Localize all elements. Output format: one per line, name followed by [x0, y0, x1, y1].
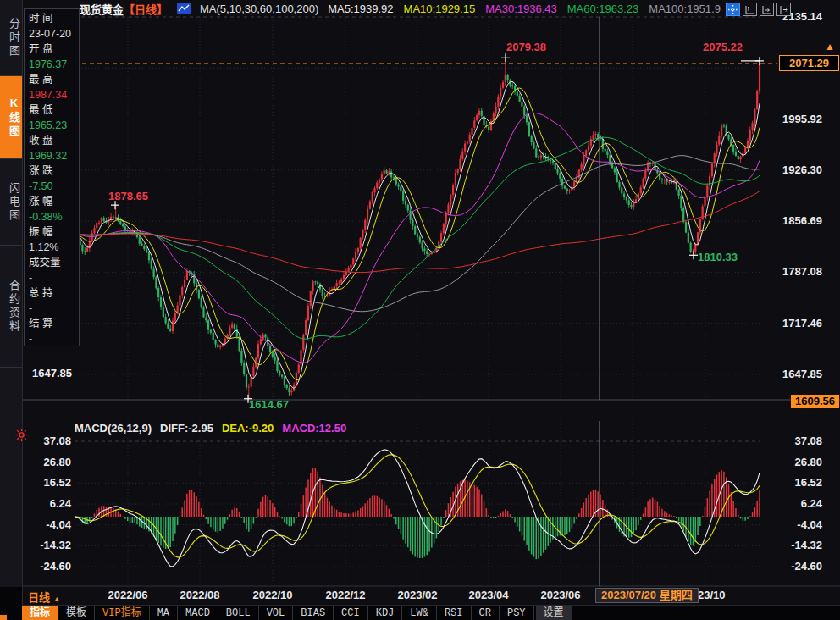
low-price-annotation: 1614.67 — [249, 398, 289, 411]
candle-body — [357, 248, 359, 252]
price-axis-label: 1647.85 — [766, 368, 822, 380]
main-price-chart[interactable] — [22, 0, 840, 419]
candle-body — [179, 295, 180, 305]
candle-body — [305, 320, 307, 335]
candle-body — [505, 75, 506, 82]
candle-body — [234, 324, 235, 329]
candle-body — [152, 268, 154, 277]
tab-kline-chart[interactable]: K线图 — [0, 76, 22, 159]
candle-body — [452, 185, 454, 195]
pane-collapse-icon[interactable] — [776, 3, 791, 16]
candle-body — [626, 197, 627, 201]
period-tag: 【日线】 — [124, 3, 168, 16]
candle-body — [288, 388, 290, 392]
candle-body — [426, 251, 428, 254]
date-tick-label: 2023/04 — [469, 589, 509, 601]
line-chart-icon[interactable] — [177, 3, 191, 14]
axis-min-price-badge: 1609.56 — [791, 395, 839, 408]
candle-body — [167, 324, 169, 329]
toolbar-item-PSY[interactable]: PSY — [500, 606, 534, 620]
candle-body — [124, 226, 126, 230]
candle-body — [103, 218, 105, 221]
tab-flash-chart[interactable]: 闪电图 — [0, 159, 22, 246]
candle-body — [749, 130, 751, 141]
left-tab-strip: 分时图K线图闪电图合约资料 — [0, 0, 23, 620]
macd-indicator-chart[interactable] — [22, 419, 840, 587]
tab-time-chart[interactable]: 分时图 — [0, 0, 22, 76]
macd-axis-label: -24.60 — [766, 560, 822, 573]
candle-body — [450, 195, 451, 204]
quote-info-panel: 时 间23-07-20开 盘1976.37最 高1987.34最 低1965.2… — [24, 8, 80, 346]
interval-text: 日线 — [28, 591, 50, 604]
candle-body — [735, 152, 737, 156]
toolbar-item-VIP指标[interactable]: VIP指标 — [95, 606, 150, 620]
candle-body — [186, 271, 188, 280]
ma-value-label: MA10:1929.15 — [404, 3, 476, 15]
pane-zoom-in-icon[interactable] — [760, 3, 774, 16]
toolbar-item-BIAS[interactable]: BIAS — [293, 606, 334, 620]
ma-value-label: MA30:1936.43 — [485, 3, 557, 15]
candle-body — [338, 283, 340, 284]
candle-body — [385, 170, 387, 173]
info-label: 涨 幅 — [29, 194, 79, 209]
toolbar-item-模板[interactable]: 模板 — [58, 606, 95, 620]
candle-body — [580, 164, 582, 170]
candle-body — [559, 173, 561, 178]
candle-body — [552, 161, 554, 163]
crosshair-tool-icon[interactable] — [726, 3, 740, 16]
toolbar-item-CCI[interactable]: CCI — [334, 606, 368, 620]
toolbar-item-LW&[interactable]: LW& — [402, 606, 437, 620]
date-tick-label: 2022/06 — [108, 589, 148, 601]
candle-body — [243, 363, 245, 374]
left-price-axis-label: 1647.85 — [24, 367, 72, 379]
candle-body — [348, 268, 350, 272]
candle-body — [381, 174, 383, 180]
chart-tool-icons — [726, 3, 791, 16]
candle-body — [272, 352, 274, 357]
candle-body — [628, 200, 630, 205]
toolbar-item-RSI[interactable]: RSI — [437, 606, 472, 620]
candle-body — [585, 150, 587, 156]
candle-body — [317, 282, 318, 285]
candle-body — [174, 313, 176, 320]
info-label: 开 盘 — [29, 42, 79, 57]
candle-body — [606, 152, 608, 156]
pane-zoom-out-icon[interactable] — [743, 3, 757, 16]
info-label: 收 盘 — [29, 133, 79, 148]
toolbar-item-指标[interactable]: 指标 — [22, 606, 58, 620]
candle-body — [388, 171, 390, 173]
candle-body — [298, 364, 300, 373]
candle-body — [502, 82, 504, 88]
info-value: -0.38% — [29, 209, 79, 224]
candle-body — [397, 185, 399, 187]
candle-body — [379, 180, 380, 183]
toolbar-item-BOLL[interactable]: BOLL — [218, 606, 259, 620]
candle-body — [678, 190, 680, 196]
toolbar-item-KDJ[interactable]: KDJ — [368, 606, 403, 620]
candle-body — [419, 237, 421, 243]
toolbar-item-MA[interactable]: MA — [150, 606, 178, 620]
macd-axis-label: 6.24 — [766, 497, 822, 510]
candle-body — [113, 217, 114, 218]
toolbar-item-VOL[interactable]: VOL — [259, 606, 294, 620]
candle-body — [633, 202, 634, 207]
interval-selector[interactable]: 日线 ▲ — [28, 589, 61, 605]
toolbar-item-设置[interactable]: 设置 — [536, 606, 572, 620]
candle-body — [642, 179, 644, 187]
toolbar-item-MACD[interactable]: MACD — [178, 606, 218, 620]
candle-body — [671, 182, 672, 183]
candle-body — [229, 328, 230, 335]
info-label: 最 低 — [29, 102, 79, 118]
candle-body — [177, 305, 179, 313]
tab-contract-info[interactable]: 合约资料 — [0, 246, 22, 368]
candle-body — [139, 237, 141, 243]
ma-values: MA5:1939.92MA10:1929.15MA30:1936.43MA60:… — [328, 3, 721, 15]
candle-body — [621, 187, 622, 193]
candle-body — [495, 107, 496, 114]
toolbar-item-CR[interactable]: CR — [472, 606, 500, 620]
candle-body — [384, 170, 385, 174]
candle-body — [213, 333, 214, 340]
candle-body — [210, 330, 212, 333]
candle-body — [207, 320, 209, 329]
indicator-alert-icon[interactable] — [15, 429, 28, 441]
